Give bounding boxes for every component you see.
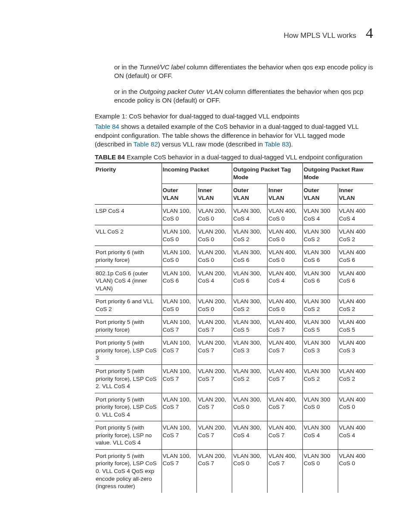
cell-value: VLAN 300, CoS 6 (232, 246, 268, 267)
cell-value: VLAN 300, CoS 4 (232, 205, 268, 225)
table-row: Port priority 5 (with priority force), L… (95, 421, 373, 450)
cross-ref-link[interactable]: Table 83 (265, 140, 289, 148)
th-outer-vlan: Outer VLAN (232, 184, 268, 205)
cell-value: VLAN 400, CoS 0 (268, 205, 303, 225)
th-inner-vlan: Inner VLAN (338, 184, 373, 205)
cell-value: VLAN 100, CoS 0 (162, 225, 197, 246)
cell-priority: Port priority 6 and VLL CoS 2 (95, 295, 162, 316)
cell-value: VLAN 400 CoS 0 (338, 393, 373, 421)
cell-value: VLAN 200, CoS 0 (197, 246, 232, 267)
cell-value: VLAN 400, CoS 0 (268, 225, 303, 246)
cell-value: VLAN 300, CoS 2 (232, 365, 268, 393)
cell-value: VLAN 300, CoS 2 (232, 225, 268, 246)
cell-value: VLAN 400, CoS 4 (268, 267, 303, 295)
cell-value: VLAN 400 CoS 2 (338, 365, 373, 393)
cell-priority: Port priority 5 (with priority force), L… (95, 449, 162, 492)
cell-value: VLAN 200, CoS 7 (197, 336, 232, 365)
cell-value: VLAN 400 CoS 5 (338, 316, 373, 336)
page-header: How MPLS VLL works 4 (95, 25, 373, 41)
table-row: Port priority 6 (with priority force)VLA… (95, 246, 373, 267)
body-paragraph: or in the Outgoing packet Outer VLAN col… (95, 87, 373, 105)
cell-priority: Port priority 5 (with priority force) (95, 316, 162, 336)
cell-value: VLAN 400 CoS 2 (338, 295, 373, 316)
cell-value: VLAN 300 CoS 0 (302, 393, 338, 421)
cell-value: VLAN 300 CoS 4 (302, 205, 338, 225)
table-header-row-1: Priority Incoming Packet Outgoing Packet… (95, 163, 373, 184)
th-priority: Priority (95, 163, 162, 205)
cell-value: VLAN 200, CoS 7 (197, 316, 232, 336)
table-caption: TABLE 84 Example CoS behavior in a dual-… (95, 153, 373, 161)
cell-value: VLAN 300, CoS 2 (232, 295, 268, 316)
cell-value: VLAN 300 CoS 5 (302, 316, 338, 336)
table-caption-text: Example CoS behavior in a dual-tagged to… (125, 153, 363, 161)
th-inner-vlan: Inner VLAN (197, 184, 232, 205)
table-row: Port priority 6 and VLL CoS 2VLAN 100, C… (95, 295, 373, 316)
cross-ref-link[interactable]: Table 84 (95, 123, 119, 130)
cell-priority: LSP CoS 4 (95, 205, 162, 225)
table-number: TABLE 84 (95, 153, 125, 161)
section-title: Example 1: CoS behavior for dual-tagged … (95, 112, 373, 120)
cell-value: VLAN 300, CoS 0 (232, 393, 268, 421)
cell-value: VLAN 400 CoS 2 (338, 225, 373, 246)
cell-value: VLAN 300 CoS 3 (302, 336, 338, 365)
data-table: Priority Incoming Packet Outgoing Packet… (95, 162, 373, 493)
cell-value: VLAN 100, CoS 0 (162, 246, 197, 267)
th-outer-vlan: Outer VLAN (302, 184, 338, 205)
cell-priority: Port priority 6 (with priority force) (95, 246, 162, 267)
cell-value: VLAN 200, CoS 0 (197, 295, 232, 316)
cross-ref-link[interactable]: Table 82 (134, 140, 158, 148)
th-outgoing-raw: Outgoing Packet Raw Mode (302, 163, 373, 184)
cell-value: VLAN 400, CoS 0 (268, 295, 303, 316)
cell-value: VLAN 200, CoS 7 (197, 449, 232, 492)
cell-value: VLAN 100, CoS 7 (162, 393, 197, 421)
cell-value: VLAN 400 CoS 6 (338, 267, 373, 295)
table-row: Port priority 5 (with priority force), L… (95, 365, 373, 393)
cell-value: VLAN 300, CoS 6 (232, 267, 268, 295)
cell-value: VLAN 300 CoS 2 (302, 365, 338, 393)
cell-value: VLAN 300 CoS 6 (302, 246, 338, 267)
th-incoming: Incoming Packet (162, 163, 232, 184)
cell-value: VLAN 200, CoS 0 (197, 225, 232, 246)
th-outgoing-tag: Outgoing Packet Tag Mode (232, 163, 303, 184)
cell-value: VLAN 100, CoS 7 (162, 316, 197, 336)
cell-value: VLAN 100, CoS 7 (162, 365, 197, 393)
cell-value: VLAN 400, CoS 7 (268, 316, 303, 336)
section-intro: Table 84 shows a detailed example of the… (95, 122, 373, 149)
table-body: LSP CoS 4VLAN 100, CoS 0VLAN 200, CoS 0V… (95, 205, 373, 493)
table-row: LSP CoS 4VLAN 100, CoS 0VLAN 200, CoS 0V… (95, 205, 373, 225)
cell-value: VLAN 400, CoS 0 (268, 246, 303, 267)
cell-value: VLAN 100, CoS 7 (162, 449, 197, 492)
cell-value: VLAN 300 CoS 0 (302, 449, 338, 492)
cell-value: VLAN 300 CoS 6 (302, 267, 338, 295)
cell-value: VLAN 300, CoS 4 (232, 421, 268, 450)
cell-value: VLAN 300 CoS 2 (302, 225, 338, 246)
cell-value: VLAN 400, CoS 7 (268, 393, 303, 421)
cell-value: VLAN 200, CoS 7 (197, 421, 232, 450)
table-row: Port priority 5 (with priority force), L… (95, 336, 373, 365)
cell-value: VLAN 300 CoS 2 (302, 295, 338, 316)
cell-value: VLAN 400 CoS 3 (338, 336, 373, 365)
body-paragraph: or in the Tunnel/VC label column differe… (95, 63, 373, 81)
cell-value: VLAN 100, CoS 6 (162, 267, 197, 295)
cell-value: VLAN 300 CoS 4 (302, 421, 338, 450)
cell-value: VLAN 400, CoS 7 (268, 336, 303, 365)
cell-value: VLAN 300, CoS 0 (232, 449, 268, 492)
cell-priority: VLL CoS 2 (95, 225, 162, 246)
text-run: ). (289, 140, 293, 148)
cell-value: VLAN 100, CoS 0 (162, 295, 197, 316)
cell-value: VLAN 400, CoS 7 (268, 365, 303, 393)
cell-value: VLAN 400 CoS 0 (338, 449, 373, 492)
cell-value: VLAN 400 CoS 4 (338, 205, 373, 225)
cell-value: VLAN 100, CoS 0 (162, 205, 197, 225)
cell-value: VLAN 200, CoS 7 (197, 365, 232, 393)
table-row: Port priority 5 (with priority force), L… (95, 393, 373, 421)
chapter-number: 4 (366, 25, 373, 41)
cell-value: VLAN 200, CoS 7 (197, 393, 232, 421)
cell-value: VLAN 200, CoS 0 (197, 205, 232, 225)
cell-value: VLAN 400 CoS 6 (338, 246, 373, 267)
cell-value: VLAN 300, CoS 5 (232, 316, 268, 336)
cell-priority: Port priority 5 (with priority force), L… (95, 336, 162, 365)
text-run: or in the (114, 63, 139, 71)
table-row: Port priority 5 (with priority force)VLA… (95, 316, 373, 336)
table-row: Port priority 5 (with priority force), L… (95, 449, 373, 492)
